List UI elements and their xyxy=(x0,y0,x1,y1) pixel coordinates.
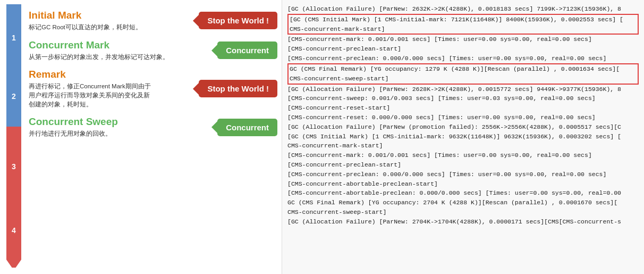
step-1-row: Initial Mark 标记GC Root可以直达的对象，耗时短。 Stop … xyxy=(29,10,277,32)
log-line-3: [CMS-concurrent-mark: 0.001/0.001 secs] … xyxy=(287,35,639,44)
step-2-info: Concurrent Mark 从第一步标记的对象出发，并发地标记可达对象。 xyxy=(29,39,213,62)
steps-list: Initial Mark 标记GC Root可以直达的对象，耗时短。 Stop … xyxy=(29,4,277,270)
svg-text:1: 1 xyxy=(12,34,16,42)
log-line-15: [CMS-concurrent-mark: 0.001/0.001 secs] … xyxy=(287,151,639,160)
log-line-2: CMS-concurrent-mark-start] xyxy=(287,24,639,35)
step-3-title: Remark xyxy=(29,69,194,80)
log-line-0: [GC (Allocation Failure) [ParNew: 2632K-… xyxy=(287,4,639,14)
left-panel: 1 2 3 4 Initial Mark 标记GC Root可以直达的对象，耗时… xyxy=(0,0,282,274)
step-2-row: Concurrent Mark 从第一步标记的对象出发，并发地标记可达对象。 C… xyxy=(29,39,277,62)
timeline: 1 2 3 4 xyxy=(4,4,23,270)
svg-marker-1 xyxy=(6,127,21,268)
log-line-18: [CMS-concurrent-abortable-preclean-start… xyxy=(287,179,639,189)
log-line-16: [CMS-concurrent-preclean-start] xyxy=(287,160,639,170)
step-4-badge: Concurrent xyxy=(217,119,277,136)
step-4-row: Concurrent Sweep 并行地进行无用对象的回收。 Concurren… xyxy=(29,116,277,138)
step-1-badge-wrap: Stop the World ! xyxy=(199,12,277,29)
step-4-title: Concurrent Sweep xyxy=(29,116,213,128)
step-1-desc: 标记GC Root可以直达的对象，耗时短。 xyxy=(29,23,194,32)
step-3-desc: 再进行标记，修正Concurrent Mark期间由于用户程序运行而导致对象关系… xyxy=(29,82,151,109)
svg-text:2: 2 xyxy=(12,92,16,101)
log-line-10: [CMS-concurrent-reset-start] xyxy=(287,103,639,113)
log-line-8: [GC (Allocation Failure) [ParNew: 2628K-… xyxy=(287,85,639,94)
log-line-21: CMS-concurrent-sweep-start] xyxy=(287,207,639,217)
step-2-title: Concurrent Mark xyxy=(29,39,213,51)
svg-text:3: 3 xyxy=(12,162,16,171)
step-2-badge-wrap: Concurrent xyxy=(217,41,277,59)
log-line-4: [CMS-concurrent-preclean-start] xyxy=(287,44,639,54)
step-2-badge: Concurrent xyxy=(217,41,277,59)
log-line-13: [GC (CMS Initial Mark) [1 CMS-initial-ma… xyxy=(287,132,639,142)
step-3-badge: Stop the World ! xyxy=(199,80,277,97)
log-line-19: [CMS-concurrent-abortable-preclean: 0.00… xyxy=(287,188,639,198)
step-4-info: Concurrent Sweep 并行地进行无用对象的回收。 xyxy=(29,116,213,138)
log-line-12: [GC (Allocation Failure) [ParNew (promot… xyxy=(287,122,639,132)
log-line-5: [CMS-concurrent-preclean: 0.000/0.000 se… xyxy=(287,54,639,63)
step-3-row: Remark 再进行标记，修正Concurrent Mark期间由于用户程序运行… xyxy=(29,69,277,109)
timeline-svg: 1 2 3 4 xyxy=(4,4,23,268)
log-line-9: [CMS-concurrent-sweep: 0.001/0.003 secs]… xyxy=(287,94,639,103)
svg-text:4: 4 xyxy=(12,226,16,235)
step-3-info: Remark 再进行标记，修正Concurrent Mark期间由于用户程序运行… xyxy=(29,69,194,109)
step-4-badge-wrap: Concurrent xyxy=(217,119,277,136)
log-line-1: [GC (CMS Initial Mark) [1 CMS-initial-ma… xyxy=(287,14,639,24)
step-4-desc: 并行地进行无用对象的回收。 xyxy=(29,129,213,138)
log-line-22: [GC (Allocation Failure) [ParNew: 2704K-… xyxy=(287,217,639,227)
right-panel[interactable]: [GC (Allocation Failure) [ParNew: 2632K-… xyxy=(282,0,644,274)
svg-marker-0 xyxy=(6,4,21,137)
log-line-20: GC (CMS Final Remark) [YG occupancy: 270… xyxy=(287,198,639,207)
log-line-6: GC (CMS Final Remark) [YG occupancy: 127… xyxy=(287,63,639,74)
step-2-desc: 从第一步标记的对象出发，并发地标记可达对象。 xyxy=(29,53,213,62)
log-line-11: [CMS-concurrent-reset: 0.000/0.000 secs]… xyxy=(287,113,639,122)
log-line-14: CMS-concurrent-mark-start] xyxy=(287,141,639,151)
step-1-info: Initial Mark 标记GC Root可以直达的对象，耗时短。 xyxy=(29,10,194,32)
step-1-title: Initial Mark xyxy=(29,10,194,21)
step-1-badge: Stop the World ! xyxy=(199,12,277,29)
step-3-badge-wrap: Stop the World ! xyxy=(199,80,277,97)
log-line-7: CMS-concurrent-sweep-start] xyxy=(287,74,639,85)
log-line-17: [CMS-concurrent-preclean: 0.000/0.000 se… xyxy=(287,170,639,179)
